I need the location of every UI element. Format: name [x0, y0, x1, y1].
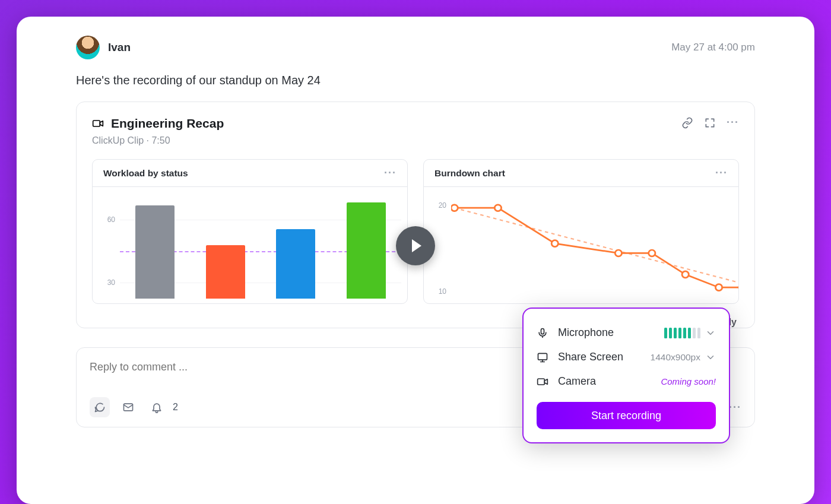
svg-rect-17 [538, 353, 547, 360]
svg-point-7 [715, 284, 722, 291]
comment-window: Ivan May 27 at 4:00 pm Here's the record… [17, 17, 814, 504]
comment-header: Ivan May 27 at 4:00 pm [76, 36, 755, 59]
svg-rect-18 [538, 379, 545, 385]
clip-title: Engineering Recap [111, 116, 224, 131]
chart-workload-more-icon[interactable]: ··· [384, 167, 397, 179]
camera-label: Camera [558, 375, 596, 388]
mic-level-meter [664, 328, 700, 338]
microphone-label: Microphone [558, 327, 614, 339]
notification-count: 2 [173, 402, 178, 413]
svg-point-1 [451, 205, 458, 211]
bar-status-3 [276, 229, 315, 299]
burndown-line [451, 192, 739, 304]
chart-burndown-title: Burndown chart [434, 168, 505, 179]
workload-y-axis: 60 30 [93, 187, 120, 303]
link-icon[interactable] [681, 117, 693, 129]
composer-more-icon[interactable]: ··· [729, 401, 741, 414]
clip-card: Engineering Recap ClickUp Clip · 7:50 ··… [76, 102, 755, 328]
play-icon [412, 239, 421, 252]
clip-subtitle: ClickUp Clip · 7:50 [92, 135, 224, 146]
share-screen-label: Share Screen [558, 351, 623, 363]
svg-point-2 [494, 205, 501, 211]
chart-burndown-more-icon[interactable]: ··· [715, 167, 728, 179]
play-button[interactable] [396, 226, 435, 265]
svg-point-6 [682, 271, 689, 278]
chevron-down-icon[interactable] [705, 328, 716, 338]
svg-rect-16 [541, 328, 544, 334]
svg-rect-0 [93, 121, 100, 126]
expand-icon[interactable] [704, 117, 716, 129]
video-icon [92, 118, 104, 129]
svg-point-5 [649, 250, 655, 256]
microphone-icon [537, 327, 548, 339]
comment-timestamp: May 27 at 4:00 pm [671, 42, 755, 53]
chart-workload-title: Workload by status [103, 168, 188, 179]
share-screen-row[interactable]: Share Screen 1440x900px [537, 345, 716, 369]
workload-bars [120, 192, 401, 299]
screen-icon [537, 351, 548, 363]
camera-status: Coming soon! [661, 376, 716, 386]
more-icon[interactable]: ··· [727, 116, 739, 129]
screen-resolution: 1440x900px [651, 352, 700, 363]
comment-author: Ivan [76, 36, 131, 59]
comment-text: Here's the recording of our standup on M… [76, 74, 755, 87]
mail-icon[interactable] [118, 397, 138, 417]
bar-status-2 [206, 245, 245, 299]
svg-point-4 [615, 250, 621, 256]
avatar[interactable] [76, 36, 100, 59]
chart-burndown: Burndown chart ··· 20 10 [423, 159, 739, 304]
notification-icon[interactable] [147, 397, 167, 417]
bar-status-1 [135, 205, 175, 299]
recording-popover: Microphone Share Screen 1440x900px Camer… [522, 308, 730, 443]
svg-point-3 [551, 240, 558, 247]
author-name: Ivan [108, 41, 131, 54]
chevron-down-icon[interactable] [705, 352, 716, 363]
chat-icon[interactable] [90, 397, 110, 417]
start-recording-button[interactable]: Start recording [537, 402, 716, 429]
camera-row: Camera Coming soon! [537, 369, 716, 394]
microphone-row[interactable]: Microphone [537, 321, 716, 345]
camera-icon [537, 376, 548, 388]
chart-workload: Workload by status ··· 60 30 [92, 159, 408, 304]
bar-status-4 [347, 202, 386, 299]
